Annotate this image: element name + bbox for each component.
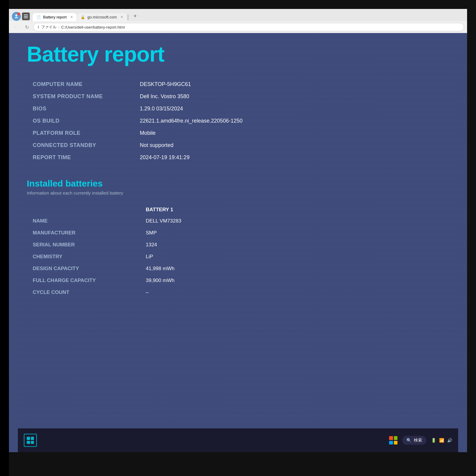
win-br: [394, 441, 398, 445]
value-system-product: Dell Inc. Vostro 3580: [140, 93, 189, 100]
search-label: 検索: [414, 438, 422, 443]
search-icon: 🔍: [406, 438, 411, 443]
profile-icon[interactable]: [12, 12, 21, 21]
left-bezel: [0, 0, 9, 476]
taskbar-left: [24, 434, 37, 447]
svg-rect-2: [24, 16, 28, 17]
taskbar-app-icon[interactable]: [24, 434, 37, 447]
battery-row-label: NAME: [27, 218, 140, 224]
address-info-icon: ℹ: [38, 25, 39, 29]
browser-topbar: 📄 Battery report ✕ 🔒 go.microsoft.com ✕ …: [9, 9, 467, 21]
battery-row-value: SMP: [140, 230, 157, 236]
info-row-platform-role: PLATFORM ROLE Mobile: [27, 127, 449, 139]
battery-row: FULL CHARGE CAPACITY39,900 mWh: [27, 275, 449, 286]
battery-row: DESIGN CAPACITY41,998 mWh: [27, 263, 449, 275]
battery-row-value: –: [140, 289, 148, 295]
installed-batteries-section: Installed batteries Information about ea…: [27, 178, 449, 298]
value-bios: 1.29.0 03/15/2024: [140, 106, 183, 112]
tab-microsoft-close[interactable]: ✕: [120, 15, 123, 19]
win-tr: [394, 436, 398, 440]
tab-file-icon: 📄: [36, 15, 41, 19]
address-divider: |: [58, 25, 59, 29]
back-button[interactable]: ←: [12, 23, 20, 31]
system-info-table: COMPUTER NAME DESKTOP-5H9GC61 SYSTEM PRO…: [27, 78, 449, 164]
windows-logo-icon: [389, 436, 397, 444]
content-area: Battery report COMPUTER NAME DESKTOP-5H9…: [9, 33, 467, 452]
battery-header-col: BATTERY 1: [140, 207, 173, 213]
battery-row-label: CHEMISTRY: [27, 254, 140, 260]
new-tab-button[interactable]: +: [131, 11, 140, 21]
battery-row: CHEMISTRYLiP: [27, 251, 449, 263]
taskbar-system-icons: 🔋 📶 🔊: [431, 438, 452, 443]
wifi-icon: 📶: [439, 438, 444, 443]
taskbar-search[interactable]: 🔍 検索: [402, 436, 426, 445]
win-tl: [389, 436, 393, 440]
battery-header-spacer: [27, 207, 140, 213]
value-computer-name: DESKTOP-5H9GC61: [140, 81, 191, 87]
info-row-os-build: OS BUILD 22621.1.amd64fre.ni_release.220…: [27, 115, 449, 127]
info-row-connected-standby: CONNECTED STANDBY Not supported: [27, 139, 449, 151]
battery-row: CYCLE COUNT–: [27, 286, 449, 298]
grid-sq-1: [27, 437, 30, 440]
tab-battery-report-label: Battery report: [43, 15, 67, 19]
tab-microsoft-label: go.microsoft.com: [87, 15, 117, 19]
address-path: C:/Users/dell-user/battery-report.html: [61, 25, 125, 29]
battery-row-label: SERIAL NUMBER: [27, 242, 140, 248]
batteries-section-subtitle: Information about each currently install…: [27, 190, 449, 195]
battery-row: NAMEDELL VM73283: [27, 215, 449, 227]
label-bios: BIOS: [27, 106, 140, 112]
screen: 📄 Battery report ✕ 🔒 go.microsoft.com ✕ …: [9, 9, 467, 452]
monitor-outer: 📄 Battery report ✕ 🔒 go.microsoft.com ✕ …: [0, 0, 476, 476]
browser-menu-icon[interactable]: [22, 12, 30, 20]
browser-addressbar: ← ↻ ℹ ファイル | C:/Users/dell-user/battery-…: [9, 21, 467, 33]
grid-sq-4: [31, 441, 34, 444]
battery-row-value: 1324: [140, 242, 157, 248]
value-report-time: 2024-07-19 19:41:29: [140, 154, 190, 161]
battery-row-value: LiP: [140, 254, 153, 260]
tabs-row: 📄 Battery report ✕ 🔒 go.microsoft.com ✕ …: [33, 11, 464, 21]
label-os-build: OS BUILD: [27, 118, 140, 124]
grid-sq-3: [27, 441, 30, 444]
win-bl: [389, 441, 393, 445]
battery-row-label: MANUFACTURER: [27, 230, 140, 236]
windows-start-button[interactable]: [389, 436, 397, 444]
batteries-section-title: Installed batteries: [27, 178, 449, 189]
info-row-computer-name: COMPUTER NAME DESKTOP-5H9GC61: [27, 78, 449, 90]
tab-microsoft[interactable]: 🔒 go.microsoft.com ✕: [77, 13, 127, 21]
label-report-time: REPORT TIME: [27, 154, 140, 161]
page-title: Battery report: [27, 42, 449, 66]
refresh-button[interactable]: ↻: [23, 23, 31, 31]
battery-table: BATTERY 1 NAMEDELL VM73283MANUFACTURERSM…: [27, 204, 449, 298]
battery-row-value: 41,998 mWh: [140, 266, 174, 272]
taskbar-right: 🔍 検索 🔋 📶 🔊: [389, 436, 452, 445]
profile-icon-area: [12, 12, 30, 21]
svg-point-0: [15, 14, 18, 16]
battery-rows-container: NAMEDELL VM73283MANUFACTURERSMPSERIAL NU…: [27, 215, 449, 298]
info-row-report-time: REPORT TIME 2024-07-19 19:41:29: [27, 151, 449, 164]
label-connected-standby: CONNECTED STANDBY: [27, 142, 140, 148]
tab-battery-report[interactable]: 📄 Battery report ✕: [33, 13, 76, 21]
battery-row-label: DESIGN CAPACITY: [27, 266, 140, 272]
battery-row: SERIAL NUMBER1324: [27, 239, 449, 251]
label-platform-role: PLATFORM ROLE: [27, 130, 140, 136]
volume-icon: 🔊: [447, 438, 452, 443]
info-row-system-product: SYSTEM PRODUCT NAME Dell Inc. Vostro 358…: [27, 90, 449, 103]
battery-row: MANUFACTURERSMP: [27, 227, 449, 239]
battery-row-label: CYCLE COUNT: [27, 289, 140, 295]
taskbar-grid-icon: [27, 437, 34, 444]
svg-rect-1: [24, 15, 28, 15]
battery-tray-icon: 🔋: [431, 438, 436, 443]
battery-row-label: FULL CHARGE CAPACITY: [27, 278, 140, 284]
info-row-bios: BIOS 1.29.0 03/15/2024: [27, 103, 449, 115]
tab-lock-icon: 🔒: [81, 15, 85, 19]
taskbar: 🔍 検索 🔋 📶 🔊: [18, 428, 458, 452]
address-bar[interactable]: ℹ ファイル | C:/Users/dell-user/battery-repo…: [33, 23, 464, 31]
value-platform-role: Mobile: [140, 130, 156, 136]
battery-header-row: BATTERY 1: [27, 204, 449, 215]
browser-chrome: 📄 Battery report ✕ 🔒 go.microsoft.com ✕ …: [9, 9, 467, 33]
tab-battery-close[interactable]: ✕: [70, 15, 73, 19]
tab-separator: |: [127, 14, 129, 21]
grid-sq-2: [31, 437, 34, 440]
svg-rect-3: [24, 18, 28, 18]
value-os-build: 22621.1.amd64fre.ni_release.220506-1250: [140, 118, 242, 124]
